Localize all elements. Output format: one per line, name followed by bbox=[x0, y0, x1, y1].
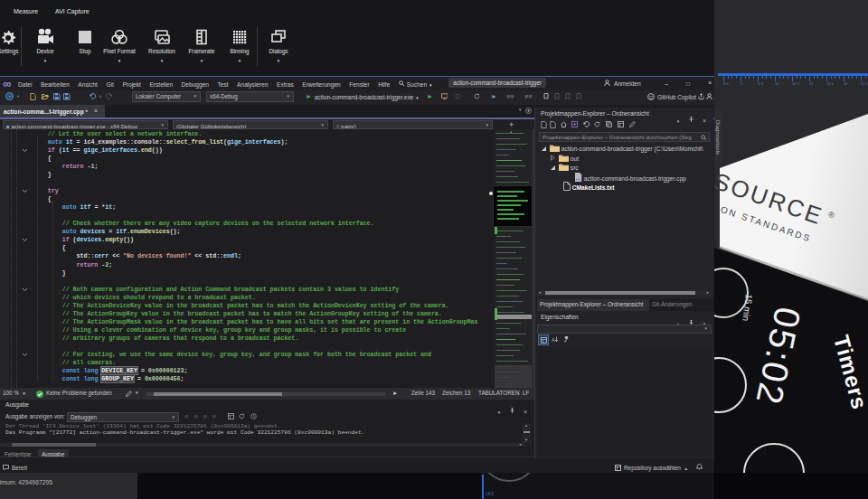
svg-text:++: ++ bbox=[575, 175, 580, 181]
svg-text:A: A bbox=[552, 337, 555, 343]
